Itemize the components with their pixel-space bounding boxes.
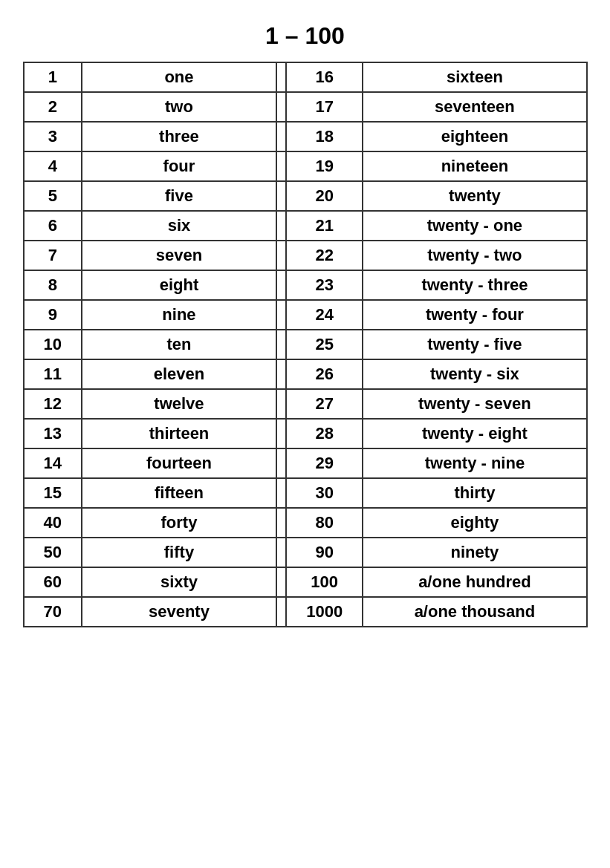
word-left: seventy bbox=[82, 597, 276, 627]
divider bbox=[276, 122, 286, 151]
number-left: 6 bbox=[24, 211, 82, 241]
number-left: 15 bbox=[24, 478, 82, 508]
number-right: 24 bbox=[286, 300, 363, 330]
number-left: 3 bbox=[24, 122, 82, 151]
number-right: 30 bbox=[286, 478, 363, 508]
number-right: 26 bbox=[286, 359, 363, 389]
word-left: fifteen bbox=[82, 478, 276, 508]
word-left: twelve bbox=[82, 389, 276, 419]
word-left: four bbox=[82, 151, 276, 181]
word-right: sixteen bbox=[363, 62, 586, 92]
divider bbox=[276, 448, 286, 478]
word-right: twenty bbox=[363, 181, 586, 211]
word-right: eighteen bbox=[363, 122, 586, 151]
number-right: 16 bbox=[286, 62, 363, 92]
table-row: 15 fifteen 30 thirty bbox=[24, 478, 587, 508]
divider bbox=[276, 330, 286, 359]
number-left: 8 bbox=[24, 270, 82, 300]
word-right: seventeen bbox=[363, 92, 586, 122]
word-left: fifty bbox=[82, 538, 276, 567]
number-right: 18 bbox=[286, 122, 363, 151]
number-left: 60 bbox=[24, 567, 82, 597]
divider bbox=[276, 241, 286, 270]
word-right: thirty bbox=[363, 478, 586, 508]
number-right: 100 bbox=[286, 567, 363, 597]
word-left: six bbox=[82, 211, 276, 241]
word-right: twenty - three bbox=[363, 270, 586, 300]
word-right: twenty - four bbox=[363, 300, 586, 330]
word-left: two bbox=[82, 92, 276, 122]
word-right: twenty - nine bbox=[363, 448, 586, 478]
number-right: 21 bbox=[286, 211, 363, 241]
number-right: 1000 bbox=[286, 597, 363, 627]
number-right: 90 bbox=[286, 538, 363, 567]
word-right: ninety bbox=[363, 538, 586, 567]
number-left: 4 bbox=[24, 151, 82, 181]
word-right: twenty - five bbox=[363, 330, 586, 359]
number-right: 25 bbox=[286, 330, 363, 359]
divider bbox=[276, 389, 286, 419]
number-left: 1 bbox=[24, 62, 82, 92]
word-left: three bbox=[82, 122, 276, 151]
number-left: 13 bbox=[24, 419, 82, 448]
number-left: 5 bbox=[24, 181, 82, 211]
number-left: 7 bbox=[24, 241, 82, 270]
divider bbox=[276, 508, 286, 538]
number-right: 29 bbox=[286, 448, 363, 478]
divider bbox=[276, 300, 286, 330]
numbers-table: 1 one 16 sixteen 2 two 17 seventeen 3 th… bbox=[23, 62, 588, 627]
table-row: 11 eleven 26 twenty - six bbox=[24, 359, 587, 389]
word-left: eight bbox=[82, 270, 276, 300]
divider bbox=[276, 359, 286, 389]
divider bbox=[276, 92, 286, 122]
divider bbox=[276, 181, 286, 211]
number-right: 17 bbox=[286, 92, 363, 122]
table-row: 9 nine 24 twenty - four bbox=[24, 300, 587, 330]
number-right: 80 bbox=[286, 508, 363, 538]
number-left: 2 bbox=[24, 92, 82, 122]
number-left: 10 bbox=[24, 330, 82, 359]
word-right: twenty - seven bbox=[363, 389, 586, 419]
table-row: 2 two 17 seventeen bbox=[24, 92, 587, 122]
word-right: twenty - six bbox=[363, 359, 586, 389]
divider bbox=[276, 567, 286, 597]
divider bbox=[276, 478, 286, 508]
divider bbox=[276, 62, 286, 92]
divider bbox=[276, 538, 286, 567]
table-row: 12 twelve 27 twenty - seven bbox=[24, 389, 587, 419]
number-right: 22 bbox=[286, 241, 363, 270]
number-right: 23 bbox=[286, 270, 363, 300]
divider bbox=[276, 419, 286, 448]
table-row: 4 four 19 nineteen bbox=[24, 151, 587, 181]
divider bbox=[276, 597, 286, 627]
table-row: 40 forty 80 eighty bbox=[24, 508, 587, 538]
number-right: 20 bbox=[286, 181, 363, 211]
word-left: forty bbox=[82, 508, 276, 538]
word-right: a/one hundred bbox=[363, 567, 586, 597]
word-right: a/one thousand bbox=[363, 597, 586, 627]
word-right: eighty bbox=[363, 508, 586, 538]
word-left: fourteen bbox=[82, 448, 276, 478]
table-row: 10 ten 25 twenty - five bbox=[24, 330, 587, 359]
word-left: ten bbox=[82, 330, 276, 359]
number-left: 70 bbox=[24, 597, 82, 627]
number-left: 40 bbox=[24, 508, 82, 538]
divider bbox=[276, 211, 286, 241]
number-right: 19 bbox=[286, 151, 363, 181]
number-left: 12 bbox=[24, 389, 82, 419]
word-left: five bbox=[82, 181, 276, 211]
word-left: nine bbox=[82, 300, 276, 330]
table-row: 5 five 20 twenty bbox=[24, 181, 587, 211]
word-right: twenty - two bbox=[363, 241, 586, 270]
number-left: 14 bbox=[24, 448, 82, 478]
word-right: nineteen bbox=[363, 151, 586, 181]
number-right: 28 bbox=[286, 419, 363, 448]
table-row: 50 fifty 90 ninety bbox=[24, 538, 587, 567]
word-left: sixty bbox=[82, 567, 276, 597]
word-left: eleven bbox=[82, 359, 276, 389]
table-row: 13 thirteen 28 twenty - eight bbox=[24, 419, 587, 448]
word-left: thirteen bbox=[82, 419, 276, 448]
number-left: 50 bbox=[24, 538, 82, 567]
number-right: 27 bbox=[286, 389, 363, 419]
number-left: 9 bbox=[24, 300, 82, 330]
